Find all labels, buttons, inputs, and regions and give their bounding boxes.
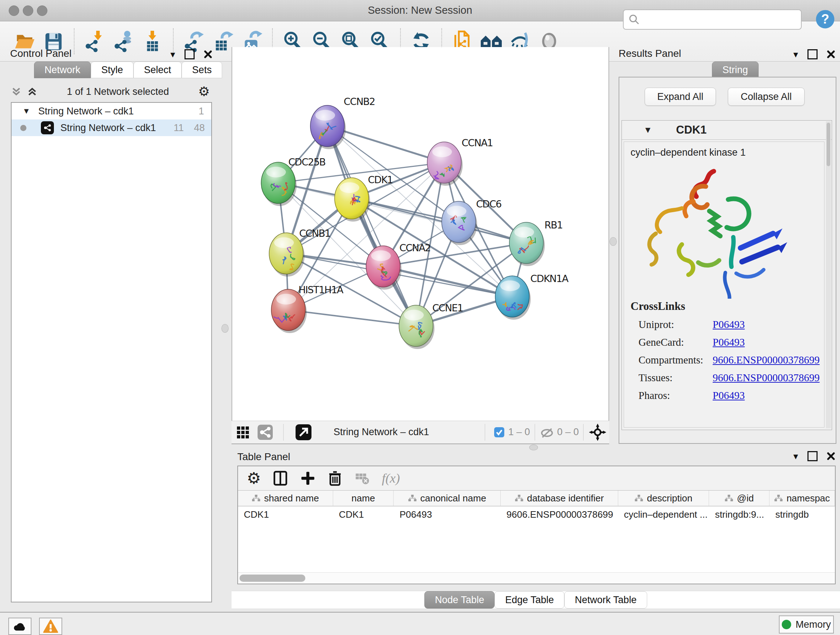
tab-network[interactable]: Network (34, 62, 91, 78)
crosslink-row: Compartments:9606.ENSP00000378699 (630, 354, 820, 366)
edge-CCNA2-CDKN1A[interactable] (383, 266, 512, 296)
node-CCNB2[interactable]: CCNB2 (310, 96, 375, 149)
float-panel-icon[interactable]: ▾ (793, 451, 798, 461)
network-collection-row[interactable]: ▼ String Network – cdk1 1 (11, 103, 211, 119)
column-header-name[interactable]: name (333, 491, 394, 506)
search-input[interactable] (623, 10, 802, 30)
collapse-all-icon[interactable] (11, 86, 22, 97)
table-cell[interactable]: cyclin–dependent ... (618, 507, 709, 523)
gear-icon[interactable]: ⚙ (198, 85, 210, 98)
results-panel-title: Results Panel (619, 48, 681, 59)
svg-text:?: ? (821, 11, 829, 27)
node-label-CCNA1: CCNA1 (462, 137, 493, 149)
column-header-@id[interactable]: @id (709, 491, 769, 506)
node-count: 11 (174, 122, 184, 134)
birdseye-toggle-icon[interactable] (237, 426, 249, 439)
column-header-database-identifier[interactable]: database identifier (501, 491, 618, 506)
cloud-button[interactable] (8, 618, 32, 635)
network-view-canvas[interactable]: CCNB2CCNA1CDC25BCDK1CDC6RB1CCNB1CCNA2CDK… (232, 47, 609, 421)
network-view-title: String Network – cdk1 (333, 426, 429, 438)
tab-sets[interactable]: Sets (182, 62, 222, 78)
table-settings-gear-icon[interactable]: ⚙ (247, 470, 261, 486)
close-panel-icon[interactable] (827, 50, 835, 58)
crosslink-link[interactable]: 9606.ENSP00000378699 (713, 372, 820, 384)
maximize-panel-icon[interactable] (807, 451, 818, 461)
network-selection-status: 1 of 1 Network selected (38, 86, 198, 97)
gene-name: CDK1 (676, 124, 706, 136)
table-panel: Table Panel ▾ ⚙ f(x) shared namenamecano… (232, 449, 840, 608)
node-CCNA2[interactable]: CCNA2 (366, 242, 431, 290)
node-table: shared namenamecanonical namedatabase id… (238, 490, 835, 573)
node-CDC6[interactable]: CDC6 (442, 198, 501, 245)
float-panel-icon[interactable]: ▾ (793, 50, 798, 59)
collapse-all-button[interactable]: Collapse All (728, 88, 805, 106)
table-horizontal-scrollbar[interactable] (238, 572, 835, 584)
open-in-window-icon[interactable] (295, 424, 311, 440)
tab-network-table[interactable]: Network Table (564, 591, 647, 608)
maximize-panel-icon[interactable] (807, 49, 818, 59)
table-cell[interactable]: CDK1 (238, 507, 333, 523)
hidden-node-edge-counts: 0 – 0 (557, 426, 579, 438)
crosslink-link[interactable]: 9606.ENSP00000378699 (713, 354, 820, 366)
pan-crosshair-icon[interactable] (589, 424, 606, 441)
node-label-CCNE1: CCNE1 (432, 302, 463, 314)
column-header-namespac[interactable]: namespac (769, 491, 835, 506)
table-header-row: shared namenamecanonical namedatabase id… (238, 491, 835, 507)
node-HIST1H1A[interactable]: HIST1H1A (271, 284, 344, 333)
network-current-dot (20, 125, 27, 131)
edge-HIST1H1A-CCNE1[interactable] (288, 310, 416, 326)
tree-expand-icon[interactable]: ▼ (22, 106, 30, 116)
network-label: String Network – cdk1 (60, 122, 156, 134)
column-header-description[interactable]: description (618, 491, 709, 506)
maximize-panel-icon[interactable] (185, 49, 195, 59)
warning-icon (43, 619, 58, 633)
column-header-shared-name[interactable]: shared name (238, 491, 333, 506)
tab-edge-table[interactable]: Edge Table (494, 591, 564, 608)
expand-all-button[interactable]: Expand All (645, 88, 716, 106)
node-CDK1[interactable]: CDK1 (335, 174, 393, 222)
results-scrollbar[interactable] (826, 121, 831, 428)
crosslink-label: Pharos: (630, 390, 713, 402)
network-row[interactable]: String Network – cdk1 11 48 (11, 119, 211, 136)
vertical-splitter-handle[interactable] (221, 324, 229, 333)
column-header-canonical-name[interactable]: canonical name (393, 491, 501, 506)
tab-style[interactable]: Style (91, 62, 134, 78)
float-panel-icon[interactable]: ▾ (171, 50, 175, 59)
gene-section-header[interactable]: ▼ CDK1 (622, 120, 832, 140)
crosslink-link[interactable]: P06493 (713, 318, 745, 331)
expand-all-icon[interactable] (27, 86, 38, 97)
delete-table-icon[interactable] (354, 470, 371, 486)
show-columns-icon[interactable] (272, 470, 289, 487)
table-cell[interactable]: stringdb:9... (709, 507, 769, 523)
tab-node-table[interactable]: Node Table (424, 591, 494, 608)
string-settings-icon[interactable] (257, 424, 273, 440)
close-panel-icon[interactable] (204, 50, 212, 58)
tab-select[interactable]: Select (134, 62, 182, 78)
node-CCNE1[interactable]: CCNE1 (399, 302, 463, 349)
function-builder-icon[interactable]: f(x) (382, 470, 400, 486)
crosslink-link[interactable]: P06493 (713, 336, 745, 348)
table-cell[interactable]: 9606.ENSP00000378699 (501, 507, 618, 523)
node-CDKN1A[interactable]: CDKN1A (495, 273, 569, 320)
table-cell[interactable]: CDK1 (333, 507, 394, 523)
delete-column-icon[interactable] (327, 470, 343, 486)
section-collapse-icon[interactable]: ▼ (644, 125, 652, 135)
tab-string[interactable]: String (712, 62, 759, 78)
crosslink-link[interactable]: P06493 (713, 390, 745, 402)
crosslink-label: Compartments: (630, 354, 713, 366)
help-icon[interactable]: ? (815, 9, 836, 30)
table-cell[interactable]: stringdb (769, 507, 835, 523)
add-column-icon[interactable] (300, 470, 316, 486)
node-RB1[interactable]: RB1 (509, 219, 562, 266)
string-network-graph[interactable]: CCNB2CCNA1CDC25BCDK1CDC6RB1CCNB1CCNA2CDK… (232, 47, 608, 421)
network-list: ▼ String Network – cdk1 1 String Network… (11, 102, 212, 602)
warning-button[interactable] (39, 618, 62, 635)
selected-checkbox-icon[interactable] (494, 427, 504, 437)
table-row[interactable]: CDK1CDK1P064939606.ENSP00000378699cyclin… (238, 507, 835, 523)
control-panel-title: Control Panel (10, 48, 72, 59)
close-panel-icon[interactable] (827, 452, 835, 460)
memory-button[interactable]: Memory (779, 616, 834, 633)
crosslink-row: Pharos:P06493 (630, 390, 820, 402)
edge-CCNB2-CCNE1[interactable] (327, 126, 416, 326)
table-cell[interactable]: P06493 (393, 507, 501, 523)
